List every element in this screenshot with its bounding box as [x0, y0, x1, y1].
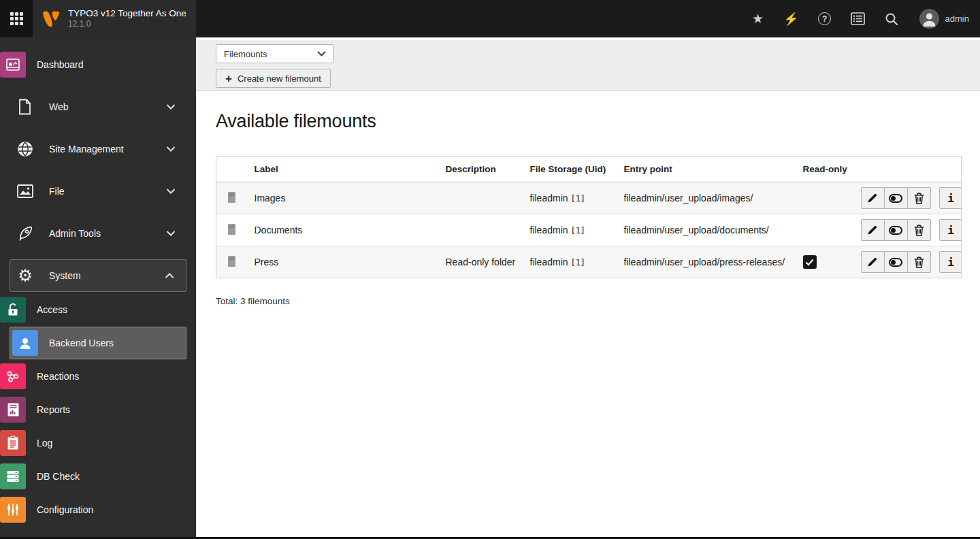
chevron-down-icon [166, 231, 176, 237]
cell-actions: i [850, 214, 962, 246]
sidebar-label: Log [37, 438, 52, 448]
rocket-icon [12, 220, 38, 246]
storage-uid: [1] [570, 226, 585, 235]
cell-actions: i [850, 182, 962, 214]
sliders-icon [0, 497, 26, 523]
table-row: Images fileadmin [1] fileadmin/user_uplo… [216, 182, 962, 214]
sidebar-item-reports[interactable]: Reports [0, 393, 196, 426]
record-icon-cell [216, 182, 244, 214]
record-icon-cell [216, 214, 244, 246]
sidebar-label: Backend Users [49, 338, 114, 348]
info-button[interactable]: i [939, 219, 962, 241]
chevron-down-icon [166, 104, 176, 110]
filemount-record-icon [227, 223, 237, 235]
record-icon-cell [216, 246, 244, 278]
total-count: Total: 3 filemounts [216, 296, 960, 306]
trash-icon [914, 257, 924, 268]
delete-button[interactable] [907, 187, 931, 209]
sidebar-item-db-check[interactable]: DB Check [0, 460, 196, 493]
cell-file-storage: fileadmin [1] [519, 214, 613, 246]
sidebar-item-file[interactable]: File [0, 175, 196, 208]
sidebar-item-dashboard[interactable]: Dashboard [0, 48, 196, 81]
sidebar-label: System [49, 270, 81, 281]
column-header-description: Description [435, 157, 519, 182]
site-title: TYPO3 v12 Together As One [68, 8, 186, 20]
info-button[interactable]: i [939, 187, 962, 209]
page-icon [12, 94, 38, 120]
table-row: Press Read-only folder fileadmin [1] fil… [216, 246, 962, 278]
topbar-toolbar: ★ ⚡ ? [196, 0, 980, 37]
cell-label: Documents [244, 214, 435, 246]
cell-description: Read-only folder [435, 246, 519, 278]
help-icon[interactable]: ? [817, 11, 833, 27]
column-header-entry-point: Entry point [613, 157, 792, 182]
sidebar-item-system[interactable]: ⚙ System [10, 259, 186, 292]
clear-cache-bolt-icon[interactable]: ⚡ [783, 11, 800, 27]
bookmark-star-icon[interactable]: ★ [750, 11, 766, 27]
clipboard-log-icon [0, 430, 26, 456]
sidebar-item-site-management[interactable]: Site Management [0, 133, 196, 165]
cell-entry-point: fileadmin/user_upload/images/ [613, 182, 792, 214]
sidebar-item-reactions[interactable]: Reactions [0, 360, 196, 393]
brand-area[interactable]: TYPO3 v12 Together As One 12.1.0 [33, 0, 196, 37]
sidebar-item-web[interactable]: Web [0, 91, 196, 123]
search-icon[interactable] [883, 11, 900, 27]
edit-button[interactable] [861, 251, 885, 273]
unlock-icon [0, 297, 26, 323]
typo3-backend: TYPO3 v12 Together As One 12.1.0 ★ ⚡ ? [0, 0, 980, 539]
sidebar-item-admin-tools[interactable]: Admin Tools [0, 217, 196, 250]
hide-toggle-button[interactable] [884, 187, 908, 209]
sidebar-item-configuration[interactable]: Configuration [0, 493, 196, 526]
sidebar-label: Admin Tools [49, 228, 101, 239]
select-value: Filemounts [224, 49, 267, 59]
cell-label: Press [244, 246, 435, 278]
actions-column-header [850, 157, 962, 182]
report-document-icon [0, 397, 26, 423]
hide-toggle-button[interactable] [884, 251, 908, 273]
cell-read-only [792, 182, 850, 214]
pencil-icon [867, 225, 878, 235]
filemount-record-icon [227, 255, 237, 267]
sidebar-label: Dashboard [37, 59, 84, 70]
system-information-list-icon[interactable] [850, 11, 866, 27]
chevron-down-icon [166, 189, 176, 195]
sidebar-item-backend-users[interactable]: Backend Users [10, 327, 186, 359]
sidebar-label: Configuration [37, 504, 93, 515]
trash-icon [914, 193, 924, 204]
delete-button[interactable] [907, 251, 931, 273]
image-icon [12, 178, 38, 204]
user-icon [12, 330, 38, 356]
chevron-down-icon [166, 146, 176, 152]
sidebar-item-access[interactable]: Access [0, 293, 196, 326]
filemounts-type-select[interactable]: Filemounts [216, 44, 333, 63]
info-button[interactable]: i [939, 251, 962, 273]
username-label: admin [945, 14, 969, 24]
gear-icon: ⚙ [12, 263, 38, 289]
hide-toggle-button[interactable] [884, 219, 908, 241]
typo3-logo-icon [41, 9, 61, 29]
module-body: Available filemounts Label Description F… [196, 91, 980, 306]
table-header-row: Label Description File Storage (Uid) Ent… [216, 157, 962, 182]
read-only-checkbox-checked[interactable] [803, 255, 817, 269]
storage-uid: [1] [570, 194, 585, 203]
database-server-icon [0, 463, 26, 489]
chevron-down-icon [317, 51, 326, 56]
module-content: Filemounts + Create new filemount Availa… [196, 37, 980, 537]
module-menu-sidebar: Dashboard Web Site Manag [0, 37, 196, 537]
cell-description [435, 214, 519, 246]
column-header-read-only: Read-only [792, 157, 850, 182]
edit-button[interactable] [861, 187, 885, 209]
module-menu-toggle-button[interactable] [0, 0, 33, 37]
sidebar-item-log[interactable]: Log [0, 427, 196, 459]
share-nodes-icon [0, 363, 26, 389]
cell-file-storage: fileadmin [1] [519, 182, 613, 214]
page-title: Available filemounts [216, 111, 960, 132]
cell-description [435, 182, 519, 214]
sidebar-label: Reactions [37, 371, 79, 382]
user-menu[interactable]: admin [919, 9, 969, 29]
create-new-filemount-button[interactable]: + Create new filemount [216, 69, 331, 88]
delete-button[interactable] [907, 219, 931, 241]
toggle-icon [889, 194, 902, 203]
filemount-record-icon [227, 191, 237, 203]
edit-button[interactable] [861, 219, 885, 241]
